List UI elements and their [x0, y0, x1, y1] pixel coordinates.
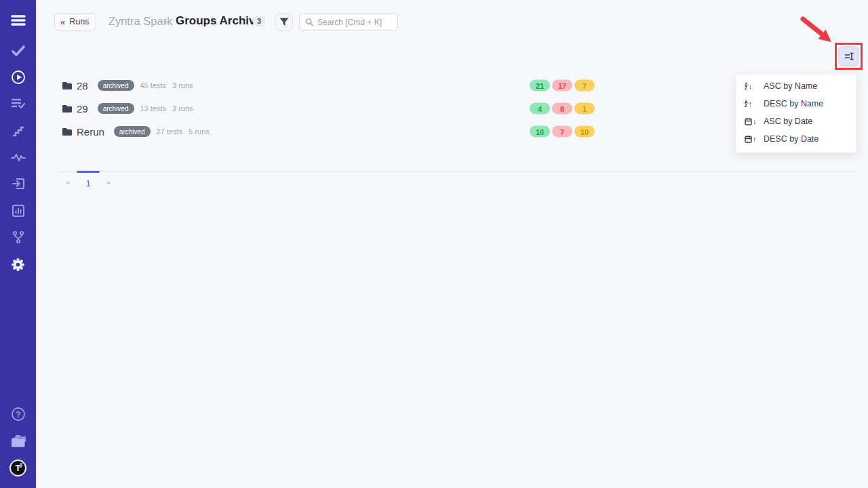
failed-count-badge: 17 [552, 80, 572, 92]
pulse-icon[interactable] [0, 145, 36, 169]
folder-icon [62, 81, 73, 90]
play-circle-icon[interactable] [0, 65, 36, 89]
funnel-icon [279, 17, 290, 27]
menu-icon[interactable] [0, 8, 36, 33]
pagination-next[interactable]: » [98, 172, 119, 188]
groups-count-badge: 3 [253, 16, 265, 26]
skipped-count-badge: 1 [574, 103, 595, 115]
pagination-prev[interactable]: « [58, 172, 78, 188]
pagination-page-1[interactable]: 1 [78, 172, 98, 188]
failed-count-badge: 7 [552, 126, 572, 138]
sidebar: ? T [0, 0, 36, 488]
group-name: 28 [77, 80, 88, 92]
back-to-runs-button[interactable]: « Runs [54, 13, 96, 30]
runs-count: 3 runs [172, 104, 193, 113]
help-glyph: ? [16, 410, 20, 420]
folders-icon[interactable] [0, 429, 36, 453]
runs-count: 3 runs [172, 81, 193, 89]
menu-item-desc-by-date[interactable]: ↑ DESC by Date [736, 130, 856, 148]
archived-badge: archived [114, 126, 151, 137]
annotation-arrow [799, 15, 838, 46]
help-icon[interactable]: ? [0, 402, 36, 426]
calendar-desc-icon: ↑ [745, 135, 757, 143]
tests-count: 13 tests [140, 104, 167, 113]
result-counts: 4 8 1 [530, 103, 595, 115]
menu-item-asc-by-name[interactable]: AZ ↓ ASC by Name [736, 77, 856, 95]
check-icon[interactable] [0, 39, 36, 63]
search-input[interactable] [317, 18, 392, 27]
runs-button-label: Runs [69, 17, 89, 26]
list-check-icon[interactable] [0, 92, 36, 116]
folder-icon [62, 127, 73, 136]
menu-item-asc-by-date[interactable]: ↓ ASC by Date [736, 113, 856, 130]
menu-item-label: ASC by Name [764, 81, 817, 91]
user-avatar[interactable]: T [9, 460, 26, 476]
menu-item-label: DESC by Date [764, 134, 818, 144]
result-counts: 10 7 10 [530, 126, 595, 138]
skipped-count-badge: 7 [574, 80, 595, 92]
runs-count: 5 runs [189, 127, 210, 136]
passed-count-badge: 4 [530, 103, 550, 115]
folder-icon [62, 104, 73, 113]
filter-button[interactable] [275, 13, 293, 31]
page-title: Groups Archive [176, 14, 262, 28]
sort-dropdown-menu: AZ ↓ ASC by Name AZ ↑ DESC by Name ↓ ASC… [735, 73, 857, 153]
group-name: 29 [77, 103, 88, 115]
pagination: « 1 » [58, 171, 856, 188]
tests-count: 27 tests [157, 127, 183, 136]
gear-icon[interactable] [0, 252, 36, 277]
git-branch-icon[interactable] [0, 225, 36, 249]
double-chevron-left-icon: « [60, 17, 65, 27]
failed-count-badge: 8 [552, 103, 572, 115]
sort-button[interactable] [838, 46, 859, 66]
archived-badge: archived [98, 80, 134, 91]
bar-chart-icon[interactable] [0, 199, 36, 223]
breadcrumb-separator: › [164, 16, 167, 27]
calendar-asc-icon: ↓ [745, 117, 757, 125]
group-name: Rerun [77, 126, 104, 138]
menu-item-label: DESC by Name [764, 99, 823, 108]
tests-count: 45 tests [140, 81, 167, 89]
archived-badge: archived [98, 103, 134, 114]
breadcrumb-project[interactable]: Zyntra Spark [108, 15, 172, 28]
sort-alpha-desc-icon: AZ ↑ [745, 100, 757, 108]
menu-item-label: ASC by Date [764, 117, 812, 126]
skipped-count-badge: 10 [574, 126, 595, 138]
search-icon [305, 18, 313, 26]
steps-icon[interactable] [0, 119, 36, 143]
menu-item-desc-by-name[interactable]: AZ ↑ DESC by Name [736, 95, 856, 113]
passed-count-badge: 21 [530, 80, 550, 92]
search-box [299, 13, 398, 31]
sort-icon [844, 52, 854, 61]
sort-alpha-asc-icon: AZ ↓ [745, 82, 757, 90]
logo-notch [19, 463, 22, 468]
passed-count-badge: 10 [530, 126, 550, 138]
result-counts: 21 17 7 [530, 80, 595, 92]
import-icon[interactable] [0, 171, 36, 196]
